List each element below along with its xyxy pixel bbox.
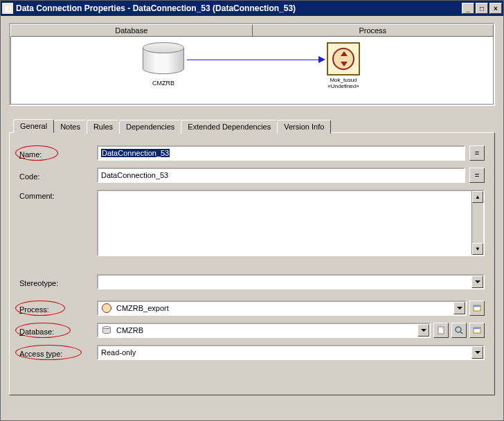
code-sync-button[interactable]: = (469, 168, 485, 183)
name-field[interactable]: DataConnection_53 (97, 145, 465, 161)
svg-rect-2 (438, 327, 444, 334)
svg-rect-6 (474, 328, 480, 329)
accesstype-dropdown[interactable]: Read-only (97, 345, 485, 360)
process-label: Process: (19, 303, 97, 314)
process-icon (101, 303, 112, 314)
chevron-down-icon[interactable] (417, 324, 429, 337)
properties-icon (472, 303, 482, 313)
properties-window: ◧ Data Connection Properties - DataConne… (0, 0, 504, 421)
new-icon (436, 325, 446, 335)
diagram-header-database: Database (10, 24, 252, 37)
tab-version-info[interactable]: Version Info (277, 120, 331, 134)
tab-extended-dependencies[interactable]: Extended Dependencies (181, 120, 278, 134)
search-icon (454, 325, 464, 335)
svg-rect-1 (474, 305, 480, 307)
stereotype-dropdown[interactable] (97, 274, 485, 289)
chevron-down-icon[interactable] (471, 346, 483, 359)
arrow-line (187, 60, 320, 60)
accesstype-label: Access type: (19, 348, 97, 358)
maximize-button[interactable]: □ (476, 3, 488, 14)
tab-dependencies[interactable]: Dependencies (119, 120, 181, 134)
comment-scrollbar[interactable]: ▲ ▼ (471, 191, 483, 255)
code-label: Code: (19, 170, 97, 181)
database-properties-button[interactable] (469, 323, 485, 338)
database-dropdown[interactable]: CMZRB (97, 323, 431, 338)
window-icon: ◧ (2, 3, 13, 14)
tab-rules[interactable]: Rules (87, 120, 120, 134)
chevron-down-icon[interactable] (471, 276, 483, 288)
arrow-head-icon (318, 56, 325, 63)
code-field[interactable] (97, 168, 465, 183)
stereotype-label: Stereotype: (19, 277, 97, 287)
database-browse-button[interactable] (451, 323, 467, 338)
properties-icon (472, 325, 482, 335)
database-new-button[interactable] (433, 323, 449, 338)
process-dropdown[interactable]: CMZRB_export (97, 301, 467, 316)
tab-notes[interactable]: Notes (53, 120, 87, 134)
process-properties-button[interactable] (469, 301, 485, 316)
connection-diagram: Database Process CMZRB Mok_tusud «Undefi… (9, 23, 495, 106)
database-label: Database: (19, 325, 97, 336)
tab-page-general: Name: DataConnection_53 = Code: = Commen… (9, 132, 495, 395)
comment-label: Comment: (19, 190, 97, 200)
tab-strip: General Notes Rules Dependencies Extende… (9, 118, 495, 132)
diagram-header-process: Process (252, 24, 494, 37)
window-title: Data Connection Properties - DataConnect… (16, 3, 462, 13)
chevron-down-icon[interactable] (453, 302, 465, 314)
svg-point-3 (456, 327, 461, 332)
tab-general[interactable]: General (13, 119, 54, 133)
minimize-button[interactable]: _ (462, 3, 474, 14)
name-sync-button[interactable]: = (469, 145, 485, 161)
name-label: Name: (19, 148, 97, 159)
close-button[interactable]: × (489, 3, 502, 14)
database-value: CMZRB (116, 326, 143, 334)
process-value: CMZRB_export (116, 304, 169, 312)
titlebar: ◧ Data Connection Properties - DataConne… (1, 1, 503, 16)
accesstype-value: Read-only (101, 348, 136, 357)
scroll-down-icon[interactable]: ▼ (472, 243, 483, 255)
database-node-label: CMZRB (143, 80, 184, 87)
scroll-up-icon[interactable]: ▲ (472, 191, 483, 203)
process-node-label: Mok_tusud «Undefined» (309, 77, 378, 89)
database-icon (143, 42, 184, 77)
svg-line-4 (460, 332, 462, 334)
process-icon (327, 42, 360, 75)
comment-field[interactable] (98, 191, 471, 255)
database-icon (101, 325, 112, 336)
